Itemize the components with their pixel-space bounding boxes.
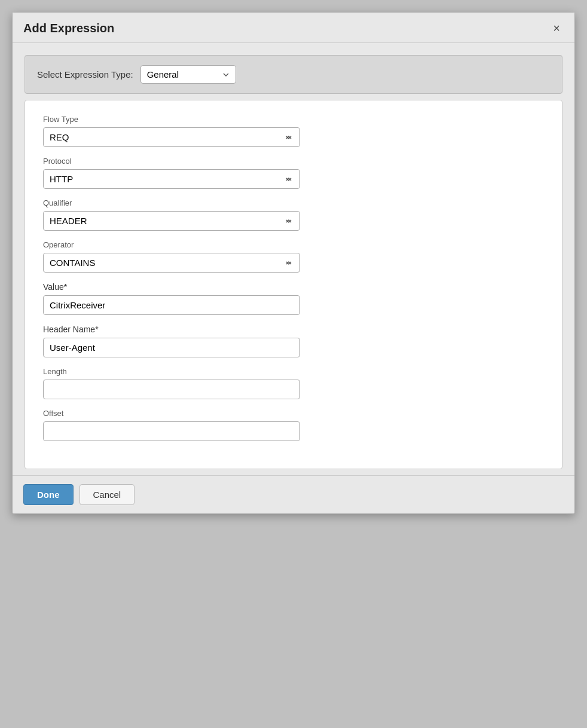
qualifier-group: Qualifier HEADER BODY URL COOKIE	[43, 198, 544, 231]
close-button[interactable]: ×	[549, 21, 564, 35]
qualifier-label: Qualifier	[43, 198, 544, 207]
flow-type-group: Flow Type REQ RES	[43, 115, 544, 147]
operator-group: Operator CONTAINS EQUALS STARTSWITH ENDS…	[43, 240, 544, 273]
length-label: Length	[43, 367, 544, 376]
offset-label: Offset	[43, 409, 544, 418]
expression-type-select[interactable]: General Advanced	[140, 65, 236, 84]
form-panel: Flow Type REQ RES Protocol HTTP HTTPS TC…	[25, 100, 562, 469]
protocol-group: Protocol HTTP HTTPS TCP UDP	[43, 157, 544, 189]
length-input[interactable]	[43, 380, 300, 399]
offset-input[interactable]	[43, 421, 300, 441]
dialog-title: Add Expression	[23, 22, 114, 35]
value-input[interactable]	[43, 295, 300, 315]
expression-type-bar: Select Expression Type: General Advanced	[25, 55, 562, 94]
protocol-select[interactable]: HTTP HTTPS TCP UDP	[43, 169, 300, 189]
add-expression-dialog: Add Expression × Select Expression Type:…	[12, 12, 575, 514]
qualifier-select[interactable]: HEADER BODY URL COOKIE	[43, 211, 300, 231]
offset-group: Offset	[43, 409, 544, 441]
done-button[interactable]: Done	[23, 484, 74, 505]
dialog-header: Add Expression ×	[13, 13, 574, 43]
dialog-footer: Done Cancel	[13, 475, 574, 513]
header-name-group: Header Name*	[43, 325, 544, 357]
flow-type-label: Flow Type	[43, 115, 544, 124]
dialog-body: Select Expression Type: General Advanced…	[13, 43, 574, 469]
cancel-button[interactable]: Cancel	[80, 484, 135, 505]
length-group: Length	[43, 367, 544, 399]
operator-label: Operator	[43, 240, 544, 249]
protocol-label: Protocol	[43, 157, 544, 166]
header-name-label: Header Name*	[43, 325, 544, 334]
value-group: Value*	[43, 282, 544, 315]
flow-type-select[interactable]: REQ RES	[43, 127, 300, 147]
operator-select[interactable]: CONTAINS EQUALS STARTSWITH ENDSWITH NOTC…	[43, 253, 300, 273]
header-name-input[interactable]	[43, 338, 300, 357]
expression-type-label: Select Expression Type:	[37, 69, 133, 79]
value-label: Value*	[43, 282, 544, 292]
